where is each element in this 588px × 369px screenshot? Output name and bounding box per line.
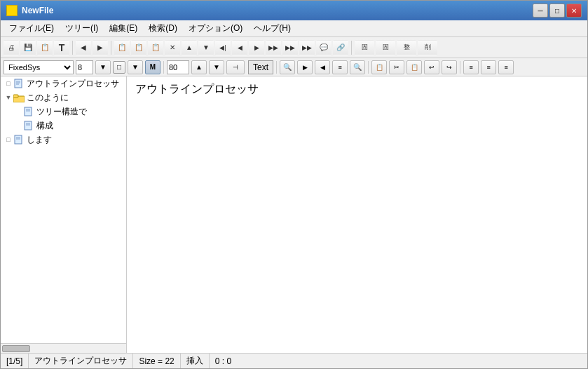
svg-rect-12 bbox=[15, 135, 22, 144]
fmt-search5[interactable]: 🔍 bbox=[350, 60, 365, 74]
menu-edit[interactable]: 編集(E) bbox=[104, 21, 143, 36]
fmt-dropdown2[interactable]: ▼ bbox=[128, 60, 143, 74]
title-bar-left: NewFile bbox=[6, 5, 53, 16]
fmt-search1[interactable]: 🔍 bbox=[280, 60, 295, 74]
tb-prev-button[interactable]: ▶ bbox=[249, 40, 264, 55]
tb-expand-button[interactable]: ▶▶ bbox=[282, 40, 298, 55]
tb-f3[interactable]: 整 bbox=[397, 40, 416, 55]
tb-copy-button[interactable]: 📋 bbox=[37, 40, 53, 55]
tree-toggle-5: □ bbox=[4, 135, 13, 145]
tree-hscrollbar[interactable] bbox=[1, 343, 126, 353]
tb-sep2 bbox=[111, 41, 111, 55]
tree-item-2[interactable]: ▼ このように bbox=[1, 90, 126, 105]
tree-item-3[interactable]: ツリー構造で bbox=[11, 105, 126, 119]
fmt-sep3 bbox=[368, 61, 369, 74]
tb-print-button[interactable]: 🖨 bbox=[4, 40, 19, 55]
fmt-sep2 bbox=[276, 61, 277, 74]
tb-delete-button[interactable]: ✕ bbox=[165, 40, 180, 55]
mode-text: 挿入 bbox=[186, 355, 203, 367]
fmt-paste[interactable]: 📋 bbox=[406, 60, 422, 74]
tb-indent-button[interactable]: ◀| bbox=[215, 40, 231, 55]
indent-input[interactable] bbox=[167, 60, 189, 74]
tree-toggle-4 bbox=[13, 121, 23, 130]
tb-save-button[interactable]: 💾 bbox=[20, 40, 36, 55]
main-area: □ アウトラインプロセッサ ▼ bbox=[1, 76, 587, 353]
tree-doc-icon-5 bbox=[13, 134, 25, 145]
menu-search[interactable]: 検索(D) bbox=[143, 21, 183, 36]
font-size-input[interactable] bbox=[76, 60, 93, 74]
fmt-cut[interactable]: ✂ bbox=[389, 60, 404, 74]
left-panel: □ アウトラインプロセッサ ▼ bbox=[1, 76, 127, 353]
position-end: ] bbox=[20, 356, 22, 366]
fmt-search2[interactable]: ▶ bbox=[297, 60, 313, 74]
tree-item-4[interactable]: 構成 bbox=[11, 119, 126, 133]
tb-sep3 bbox=[351, 41, 352, 55]
position-value: 1/5 bbox=[8, 356, 20, 366]
tb-up-button[interactable]: ▲ bbox=[182, 40, 197, 55]
content-panel[interactable]: アウトラインプロセッサ bbox=[127, 76, 587, 353]
tb-f1[interactable]: 固 bbox=[355, 40, 374, 55]
svg-rect-9 bbox=[25, 121, 32, 130]
tree-toggle-1: □ bbox=[4, 79, 13, 88]
tb-forward-button[interactable]: ▶ bbox=[93, 40, 108, 55]
fmt-undo[interactable]: ↩ bbox=[424, 60, 439, 74]
tree-label-3: ツリー構造で bbox=[36, 106, 87, 118]
tb-btn5[interactable]: 📋 bbox=[148, 40, 163, 55]
content-title: アウトラインプロセッサ bbox=[135, 82, 579, 97]
fmt-copy1[interactable]: 📋 bbox=[371, 60, 387, 74]
tree-toggle-2[interactable]: ▼ bbox=[4, 93, 13, 102]
fmt-sep1 bbox=[163, 61, 164, 74]
menu-bar: ファイル(E) ツリー(I) 編集(E) 検索(D) オプション(O) ヘルプ(… bbox=[1, 20, 587, 37]
node-text: アウトラインプロセッサ bbox=[34, 355, 127, 367]
fmt-indent-up[interactable]: ▲ bbox=[191, 60, 207, 74]
main-window: NewFile ─ □ ✕ ファイル(E) ツリー(I) 編集(E) 検索(D)… bbox=[0, 0, 588, 369]
menu-options[interactable]: オプション(O) bbox=[183, 21, 248, 36]
fmt-dropdown[interactable]: ▼ bbox=[95, 60, 111, 74]
title-controls: ─ □ ✕ bbox=[533, 4, 582, 18]
tb-sep1 bbox=[72, 41, 73, 55]
fmt-indent-down[interactable]: ▼ bbox=[209, 60, 224, 74]
svg-rect-0 bbox=[15, 79, 22, 88]
tree-panel[interactable]: □ アウトラインプロセッサ ▼ bbox=[1, 76, 126, 343]
hscroll-thumb[interactable] bbox=[2, 345, 30, 352]
minimize-button[interactable]: ─ bbox=[533, 4, 548, 18]
tb-collapse-button[interactable]: ▶▶ bbox=[299, 40, 315, 55]
tb-btn4[interactable]: 📋 bbox=[131, 40, 146, 55]
fmt-align-right[interactable]: ≡ bbox=[498, 60, 514, 74]
tb-f4[interactable]: 削 bbox=[418, 40, 437, 55]
menu-file[interactable]: ファイル(E) bbox=[4, 21, 60, 36]
fmt-search4[interactable]: ≡ bbox=[332, 60, 348, 74]
menu-tree[interactable]: ツリー(I) bbox=[60, 21, 104, 36]
title-bar: NewFile ─ □ ✕ bbox=[1, 1, 587, 20]
close-button[interactable]: ✕ bbox=[566, 4, 582, 18]
tb-link-button[interactable]: 🔗 bbox=[333, 40, 348, 55]
fmt-redo[interactable]: ↪ bbox=[442, 60, 457, 74]
tree-folder-icon-2 bbox=[13, 92, 25, 103]
fmt-box-btn[interactable]: □ bbox=[113, 61, 125, 74]
tb-back-button[interactable]: ◀ bbox=[76, 40, 91, 55]
tb-btn3[interactable]: 📋 bbox=[114, 40, 130, 55]
status-cursor: 0 : 0 bbox=[210, 354, 237, 368]
fmt-sep4 bbox=[460, 61, 460, 74]
cursor-text: 0 : 0 bbox=[215, 356, 231, 366]
menu-help[interactable]: ヘルプ(H) bbox=[248, 21, 296, 36]
fmt-bold-button[interactable]: M bbox=[145, 60, 160, 74]
tb-outdent-button[interactable]: ◀ bbox=[232, 40, 247, 55]
tree-item-5[interactable]: □ します bbox=[1, 133, 126, 147]
fmt-align-center[interactable]: ≡ bbox=[481, 60, 496, 74]
tb-down-button[interactable]: ▼ bbox=[198, 40, 214, 55]
fmt-align-left[interactable]: ≡ bbox=[463, 60, 479, 74]
font-selector[interactable]: FixedSys bbox=[4, 60, 74, 74]
tb-comment-button[interactable]: 💬 bbox=[316, 40, 331, 55]
tb-edit-button[interactable]: T bbox=[54, 40, 69, 55]
tree-item-1[interactable]: □ アウトラインプロセッサ bbox=[1, 76, 126, 90]
tb-next-button[interactable]: ▶▶ bbox=[266, 40, 281, 55]
maximize-button[interactable]: □ bbox=[549, 4, 565, 18]
status-node: アウトラインプロセッサ bbox=[29, 354, 133, 368]
tree-doc-icon-3 bbox=[23, 106, 34, 117]
tb-f2[interactable]: 固 bbox=[376, 40, 395, 55]
fmt-indent-btn[interactable]: ⊣ bbox=[226, 60, 245, 74]
text-mode-label[interactable]: Text bbox=[248, 60, 273, 74]
fmt-search3[interactable]: ◀ bbox=[315, 60, 330, 74]
window-title: NewFile bbox=[22, 6, 53, 15]
